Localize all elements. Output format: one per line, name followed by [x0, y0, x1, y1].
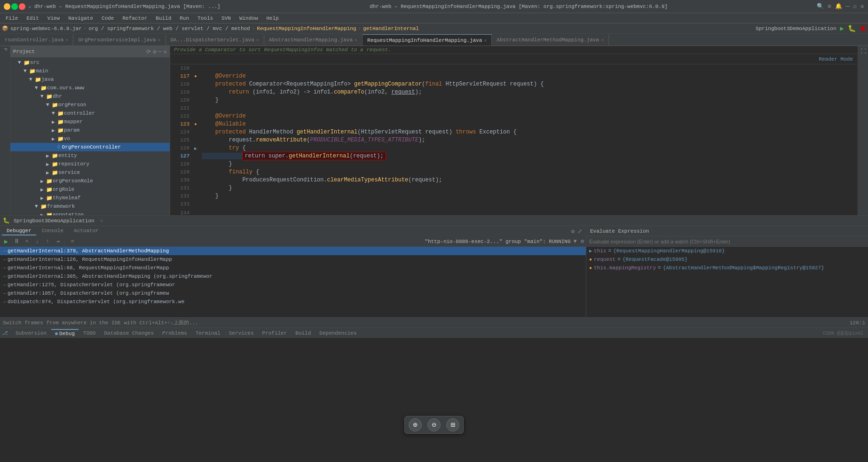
menu-tools[interactable]: Tools: [194, 15, 217, 22]
tab-4[interactable]: RequestMappingInfoHandlerMapping.java ✕: [363, 34, 492, 46]
bottom-tab-build[interactable]: Build: [292, 329, 315, 337]
settings-icon[interactable]: ⚙: [828, 3, 831, 10]
step-into-button[interactable]: ↓: [33, 237, 41, 246]
bottom-tab-problems[interactable]: Problems: [158, 329, 191, 337]
tree-orgpersonrole[interactable]: ▶ 📁 orgPersonRole: [10, 177, 170, 185]
menu-navigate[interactable]: Navigate: [64, 15, 97, 22]
step-out-button[interactable]: ↑: [43, 237, 52, 246]
window-maximize-icon[interactable]: ◻: [853, 3, 857, 9]
tree-vo[interactable]: ▶ 📁 vo: [10, 134, 170, 143]
tab-3-close[interactable]: ✕: [355, 37, 357, 43]
bottom-tab-dependencies[interactable]: Dependencies: [316, 329, 360, 337]
tree-orgpersoncontroller[interactable]: C OrgPersonController: [10, 143, 170, 151]
var-item-2[interactable]: ● this.mappingRegistry = {AbstractHandle…: [586, 264, 868, 272]
menu-build[interactable]: Build: [152, 15, 175, 22]
settings-small-icon[interactable]: ⚙: [153, 48, 156, 55]
maximize-button[interactable]: [11, 3, 18, 10]
tab-5[interactable]: AbstractHandlerMethodMapping.java ✕: [492, 34, 609, 46]
tree-mapper[interactable]: ▶ 📁 mapper: [10, 117, 170, 126]
tab-1[interactable]: OrgPersonServiceImpl.java ✕: [73, 34, 166, 46]
zoom-out-button[interactable]: ⊖: [427, 418, 441, 431]
menu-file[interactable]: File: [2, 15, 22, 22]
resume-button[interactable]: ▶: [2, 237, 10, 246]
left-icon-1[interactable]: P: [2, 48, 8, 51]
menu-view[interactable]: View: [44, 15, 63, 22]
zoom-in-button[interactable]: ⊕: [409, 418, 422, 431]
tree-src[interactable]: ▼ 📁 src: [10, 58, 170, 67]
debug-fullscreen-icon[interactable]: ⤢: [577, 228, 582, 235]
tree-controller[interactable]: ▼ 📁 controller: [10, 109, 170, 117]
tab-1-close[interactable]: ✕: [158, 37, 160, 43]
zoom-grid-button[interactable]: ⊞: [446, 418, 459, 431]
bottom-tab-services[interactable]: Services: [225, 329, 258, 337]
frame-item-1[interactable]: → getHandlerInternal:126, RequestMapping…: [0, 255, 586, 264]
tree-repository[interactable]: ▶ 📁 repository: [10, 160, 170, 168]
tab-5-close[interactable]: ✕: [601, 37, 604, 43]
variables-input[interactable]: [589, 239, 865, 244]
debug-tab-actuator[interactable]: Actuator: [69, 227, 103, 235]
bottom-tab-subversion[interactable]: Subversion: [12, 329, 50, 337]
minimize-button[interactable]: [4, 3, 10, 10]
search-icon[interactable]: 🔍: [817, 3, 824, 10]
debug-tab-console[interactable]: Console: [37, 227, 68, 235]
bottom-tab-dbchanges[interactable]: Database Changes: [100, 329, 158, 337]
tree-entity[interactable]: ▶ 📁 entity: [10, 151, 170, 160]
tab-4-close[interactable]: ✕: [484, 38, 487, 43]
window-minimize-icon[interactable]: ─: [846, 3, 850, 10]
tree-orgperson[interactable]: ▼ 📁 orgPerson: [10, 101, 170, 109]
bottom-tab-profiler[interactable]: Profiler: [259, 329, 291, 337]
frame-item-6[interactable]: → doDispatch:974, DispatcherServlet (org…: [0, 298, 586, 306]
debug-btn[interactable]: 🐛: [848, 24, 856, 32]
var-item-0[interactable]: ▶ this = {RequestMappingHandlerMapping@1…: [586, 247, 868, 255]
variables-input-bar[interactable]: [586, 236, 868, 247]
tree-main[interactable]: ▼ 📁 main: [10, 67, 170, 75]
thread-dropdown-icon[interactable]: ▼: [574, 238, 577, 245]
debug-close[interactable]: ✕: [100, 218, 103, 224]
window-close-icon[interactable]: ✕: [860, 2, 864, 10]
menu-edit[interactable]: Edit: [23, 15, 42, 22]
tab-0-close[interactable]: ✕: [65, 37, 68, 43]
menu-refactor[interactable]: Refactor: [118, 15, 151, 22]
code-content[interactable]: @Override protected Comparator<RequestMa…: [200, 64, 858, 215]
tree-thymeleaf[interactable]: ▶ 📁 thymeleaf: [10, 194, 170, 202]
vcs-icon[interactable]: ⎇: [2, 330, 8, 336]
tab-2-close[interactable]: ✕: [256, 37, 259, 43]
run-to-cursor-button[interactable]: ⇥: [54, 237, 62, 246]
tree-param[interactable]: ▶ 📁 param: [10, 126, 170, 134]
frame-item-0[interactable]: → getHandlerInternal:379, AbstractHandle…: [0, 247, 586, 255]
var-item-1[interactable]: ● request = {RequestFacade@15905}: [586, 255, 868, 264]
tab-3[interactable]: AbstractHandlerMapping.java ✕: [264, 34, 363, 46]
bottom-tab-debug[interactable]: Debug: [51, 329, 79, 337]
bottom-tab-terminal[interactable]: Terminal: [192, 329, 224, 337]
bottom-tab-todo[interactable]: TODO: [79, 329, 99, 337]
frame-item-2[interactable]: → getHandlerInternal:68, RequestMappingI…: [0, 264, 586, 272]
menu-run[interactable]: Run: [176, 15, 193, 22]
collapse-all-icon[interactable]: —: [158, 48, 162, 55]
tree-orgrole[interactable]: ▶ 📁 orgRole: [10, 185, 170, 194]
menu-code[interactable]: Code: [98, 15, 118, 22]
debug-settings-icon[interactable]: ⚙: [571, 228, 575, 235]
right-icon-1[interactable]: ⛶: [860, 48, 866, 55]
frame-item-4[interactable]: → getHandler:1275, DispatcherServlet (or…: [0, 281, 586, 289]
menu-help[interactable]: Help: [263, 15, 283, 22]
tree-annotation[interactable]: ▶ 📁 annotation: [10, 211, 170, 215]
run-btn[interactable]: ▶: [840, 24, 844, 32]
evaluate-button[interactable]: =: [68, 237, 77, 246]
tab-2[interactable]: DA...DispatcherServlet.java ✕: [166, 34, 264, 46]
tree-com[interactable]: ▼ 📁 com.ours.www: [10, 84, 170, 92]
frame-item-5[interactable]: → getHandler:1057, DispatcherServlet (or…: [0, 289, 586, 298]
menu-svn[interactable]: SVN: [218, 15, 235, 22]
debug-tab-debugger[interactable]: Debugger: [2, 227, 36, 235]
stop-btn[interactable]: ⏹: [860, 25, 866, 32]
tree-service[interactable]: ▶ 📁 service: [10, 168, 170, 177]
sync-icon[interactable]: ⟳: [146, 48, 151, 55]
reader-mode-label[interactable]: Reader Mode: [819, 56, 853, 62]
notification-icon[interactable]: 🔔: [835, 3, 842, 10]
code-area[interactable]: 116 117 118 119 120 121 122 123 124 125 …: [170, 64, 858, 215]
tree-framework[interactable]: ▼ 📁 framework: [10, 202, 170, 211]
thread-settings-icon[interactable]: ⚙: [581, 238, 584, 245]
menu-window[interactable]: Window: [236, 15, 262, 22]
step-over-button[interactable]: ↷: [23, 237, 31, 246]
frame-item-3[interactable]: → getHandlerInternal:305, AbstractHandle…: [0, 272, 586, 281]
tree-dhr[interactable]: ▼ 📁 dhr: [10, 92, 170, 101]
